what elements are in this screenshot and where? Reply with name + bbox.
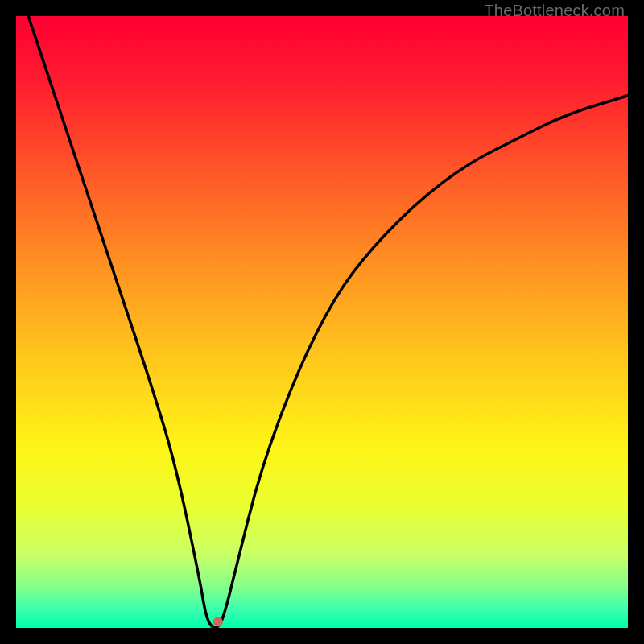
watermark-text: TheBottleneck.com (484, 2, 625, 20)
chart-svg (16, 16, 628, 628)
chart-container (16, 16, 628, 628)
optimal-marker (213, 617, 223, 626)
